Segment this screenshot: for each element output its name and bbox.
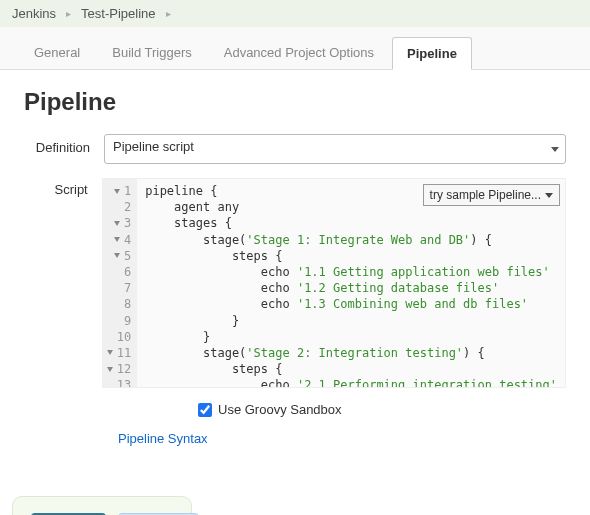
chevron-right-icon: ▸ xyxy=(166,8,171,19)
definition-row: Definition Pipeline script xyxy=(24,134,566,164)
chevron-right-icon: ▸ xyxy=(66,8,71,19)
editor-code[interactable]: pipeline { agent any stages { stage('Sta… xyxy=(137,179,565,387)
tab-general[interactable]: General xyxy=(20,37,94,69)
try-sample-pipeline-dropdown[interactable]: try sample Pipeline... xyxy=(423,184,560,206)
chevron-down-icon xyxy=(545,193,553,198)
pipeline-section: Pipeline Definition Pipeline script Scri… xyxy=(0,70,590,456)
try-sample-label: try sample Pipeline... xyxy=(430,188,541,202)
action-bar: Save Apply xyxy=(12,496,192,515)
breadcrumb-root[interactable]: Jenkins xyxy=(12,6,56,21)
use-groovy-sandbox-label: Use Groovy Sandbox xyxy=(218,402,342,417)
page-title: Pipeline xyxy=(24,88,566,116)
breadcrumb: Jenkins ▸ Test-Pipeline ▸ xyxy=(0,0,590,27)
tab-advanced-options[interactable]: Advanced Project Options xyxy=(210,37,388,69)
script-label: Script xyxy=(24,178,102,197)
editor-gutter: 123456789101112131415 xyxy=(103,179,137,387)
tab-pipeline[interactable]: Pipeline xyxy=(392,37,472,70)
script-editor[interactable]: 123456789101112131415 pipeline { agent a… xyxy=(102,178,566,388)
use-groovy-sandbox-checkbox[interactable] xyxy=(198,403,212,417)
sandbox-row: Use Groovy Sandbox xyxy=(198,402,566,417)
pipeline-syntax-link[interactable]: Pipeline Syntax xyxy=(118,431,208,446)
breadcrumb-item[interactable]: Test-Pipeline xyxy=(81,6,155,21)
tab-build-triggers[interactable]: Build Triggers xyxy=(98,37,205,69)
script-row: Script try sample Pipeline... 1234567891… xyxy=(24,178,566,388)
pipeline-syntax-row: Pipeline Syntax xyxy=(118,431,566,446)
definition-label: Definition xyxy=(24,134,104,155)
config-tabs: General Build Triggers Advanced Project … xyxy=(0,27,590,70)
definition-select[interactable]: Pipeline script xyxy=(104,134,566,164)
